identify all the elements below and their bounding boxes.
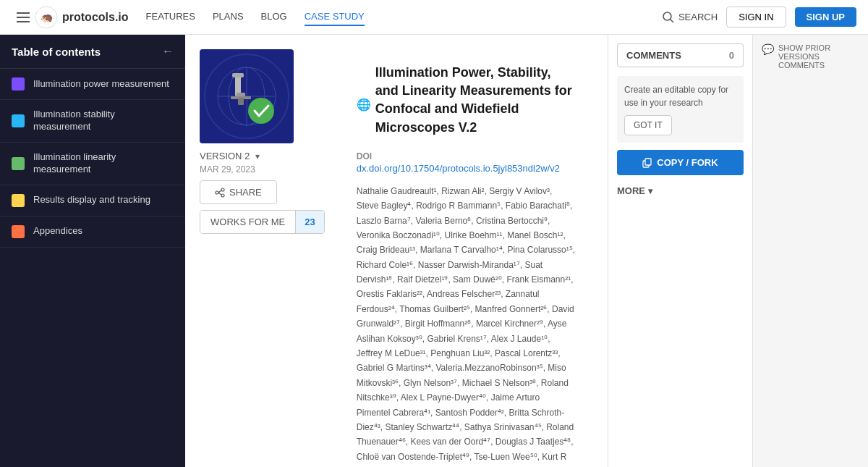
logo[interactable]: 🦔 protocols.io xyxy=(35,6,129,29)
protocol-image-wrapper: VERSION 2 ▾ MAR 29, 2023 SHARE xyxy=(200,49,325,234)
toc-item-stability[interactable]: Illumination stability measurement xyxy=(0,100,185,143)
share-button[interactable]: SHARE xyxy=(200,180,277,204)
main-content: VERSION 2 ▾ MAR 29, 2023 SHARE xyxy=(185,35,608,467)
share-icon xyxy=(215,188,225,198)
nav-blog[interactable]: BLOG xyxy=(261,8,287,26)
toc-dot-power xyxy=(12,77,25,91)
sidebar: Table of contents ← Illumination power m… xyxy=(0,35,185,467)
toc-label-linearity: Illumination linearity measurement xyxy=(33,151,174,176)
toc-label-power: Illumination power measurement xyxy=(33,78,169,91)
svg-line-22 xyxy=(218,193,221,195)
nav-plans[interactable]: PLANS xyxy=(213,8,244,26)
article-title-row: 🌐 Illumination Power, Stability, and Lin… xyxy=(357,64,576,146)
comments-count: 0 xyxy=(729,50,734,61)
comment-icon: 💬 xyxy=(762,43,774,55)
version-row: VERSION 2 ▾ xyxy=(200,151,325,161)
toc-item-results[interactable]: Results display and tracking xyxy=(0,185,185,216)
globe-icon: 🌐 xyxy=(357,98,371,112)
toc-title: Table of contents xyxy=(12,46,101,58)
toc-item-linearity[interactable]: Illumination linearity measurement xyxy=(0,143,185,185)
microscope-svg xyxy=(203,53,290,140)
works-count: 23 xyxy=(295,211,323,233)
signup-button[interactable]: SIGN UP xyxy=(795,7,856,27)
svg-point-18 xyxy=(221,188,224,191)
got-it-button[interactable]: GOT IT xyxy=(624,115,672,135)
toc-label-stability: Illumination stability measurement xyxy=(33,109,174,133)
right-panel: COMMENTS 0 Create an editable copy for u… xyxy=(608,35,752,467)
version-chevron[interactable]: ▾ xyxy=(255,151,260,161)
nav-features[interactable]: FEATURES xyxy=(146,8,195,26)
protocol-image xyxy=(200,49,294,143)
works-for-me-button[interactable]: WORKS FOR ME 23 xyxy=(200,210,325,234)
svg-rect-24 xyxy=(645,159,651,165)
toc-dot-appendices xyxy=(12,225,25,238)
nav-links: FEATURES PLANS BLOG CASE STUDY xyxy=(146,8,663,26)
nav-case-study[interactable]: CASE STUDY xyxy=(305,8,365,26)
toc-dot-linearity xyxy=(12,157,25,170)
more-label: MORE xyxy=(617,185,645,196)
hamburger-menu[interactable] xyxy=(12,12,35,22)
search-label: SEARCH xyxy=(678,12,718,22)
show-prior-label: SHOW PRIOR VERSIONS COMMENTS xyxy=(778,43,859,70)
editable-notice: Create an editable copy for use in your … xyxy=(617,76,744,143)
share-label: SHARE xyxy=(229,187,262,198)
nav-right: SEARCH SIGN IN SIGN UP xyxy=(663,7,856,28)
svg-point-19 xyxy=(221,194,224,197)
search-icon xyxy=(663,12,674,23)
toc-header: Table of contents ← xyxy=(0,35,185,69)
show-prior-button[interactable]: 💬 SHOW PRIOR VERSIONS COMMENTS xyxy=(762,43,859,70)
copy-fork-button[interactable]: COPY / FORK xyxy=(617,150,744,175)
version-date: MAR 29, 2023 xyxy=(200,164,325,174)
svg-rect-2 xyxy=(17,21,30,22)
copy-fork-label: COPY / FORK xyxy=(657,157,718,168)
authors-text: Nathalie Gaudreault¹, Rizwan Ali², Sergi… xyxy=(357,184,576,467)
version-badge[interactable]: VERSION 2 xyxy=(200,151,250,161)
article-title: Illumination Power, Stability, and Linea… xyxy=(375,64,576,137)
comments-button[interactable]: COMMENTS 0 xyxy=(617,43,744,67)
signin-button[interactable]: SIGN IN xyxy=(726,7,786,28)
doi-label: DOI xyxy=(357,151,576,161)
navbar: 🦔 protocols.io FEATURES PLANS BLOG CASE … xyxy=(0,0,868,35)
doi-value[interactable]: dx.doi.org/10.17504/protocols.io.5jyl853… xyxy=(357,163,576,174)
svg-rect-14 xyxy=(232,73,244,77)
more-chevron-icon: ▾ xyxy=(648,186,652,196)
toc-item-power[interactable]: Illumination power measurement xyxy=(0,69,185,100)
toc-item-appendices[interactable]: Appendices xyxy=(0,216,185,248)
svg-point-20 xyxy=(216,191,218,194)
svg-rect-0 xyxy=(17,12,30,14)
toc-collapse-icon[interactable]: ← xyxy=(162,45,174,58)
svg-point-5 xyxy=(663,12,671,20)
svg-rect-17 xyxy=(238,98,244,105)
svg-line-21 xyxy=(218,190,221,193)
toc-dot-stability xyxy=(12,114,25,127)
copy-icon xyxy=(642,158,652,168)
toc-label-results: Results display and tracking xyxy=(33,194,150,206)
toc-dot-results xyxy=(12,194,25,207)
svg-point-12 xyxy=(248,98,274,124)
page-body: Table of contents ← Illumination power m… xyxy=(0,35,868,467)
version-area: VERSION 2 ▾ MAR 29, 2023 SHARE xyxy=(200,151,325,234)
protocol-header: VERSION 2 ▾ MAR 29, 2023 SHARE xyxy=(185,35,608,467)
toc-label-appendices: Appendices xyxy=(33,225,82,237)
comments-label: COMMENTS xyxy=(626,50,681,61)
editable-notice-text: Create an editable copy for use in your … xyxy=(624,85,728,108)
works-label: WORKS FOR ME xyxy=(200,211,295,233)
logo-text: protocols.io xyxy=(62,11,129,24)
svg-line-6 xyxy=(670,19,673,22)
article-body: 🌐 Illumination Power, Stability, and Lin… xyxy=(339,49,593,467)
svg-text:🦔: 🦔 xyxy=(41,12,54,24)
svg-rect-1 xyxy=(17,17,30,18)
far-right-panel: 💬 SHOW PRIOR VERSIONS COMMENTS xyxy=(752,35,868,467)
more-button[interactable]: MORE ▾ xyxy=(617,182,744,199)
search-button[interactable]: SEARCH xyxy=(663,12,718,23)
